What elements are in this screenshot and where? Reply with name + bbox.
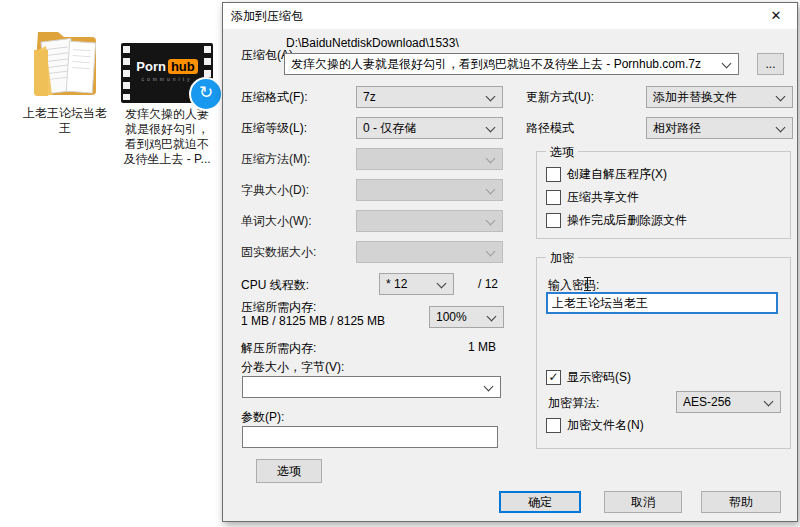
archive-name-combobox[interactable]: 发痒欠操的人妻就是很好勾引，看到鸡巴就迫不及待坐上去 - Pornhub.com… [284,53,739,75]
encryption-method-label: 加密算法: [548,395,599,412]
delete-after-checkbox-row[interactable]: 操作完成后删除源文件 [546,212,687,229]
text-cursor-icon [587,278,588,290]
encryption-group-title: 加密 [546,250,578,267]
options-group-title: 选项 [546,144,578,161]
desktop-video-item[interactable]: Pornhub community ↻ 发痒欠操的人妻就是很好勾引，看到鸡巴就迫… [118,43,216,167]
encrypt-names-checkbox-label: 加密文件名(N) [567,417,644,434]
solid-size-label: 固实数据大小: [241,244,316,261]
show-password-checkbox-row[interactable]: ✓ 显示密码(S) [546,369,631,386]
browse-button[interactable]: ... [757,53,784,75]
cpu-threads-total: / 12 [478,277,498,291]
dictionary-label: 字典大小(D): [241,182,309,199]
sfx-checkbox-label: 创建自解压程序(X) [567,166,667,183]
memory-compress-detail: 1 MB / 8125 MB / 8125 MB [241,314,385,328]
encrypt-names-checkbox[interactable] [546,418,561,433]
sync-badge-icon: ↻ [189,77,223,111]
dialog-titlebar[interactable]: 添加到压缩包 ✕ [223,3,797,29]
method-label: 压缩方法(M): [241,151,310,168]
dialog-body: 压缩包(A) D:\BaiduNetdiskDownload\1533\ 发痒欠… [223,29,797,521]
help-button[interactable]: 帮助 [701,491,781,513]
cpu-threads-label: CPU 线程数: [241,277,309,294]
delete-after-checkbox[interactable] [546,213,561,228]
archive-directory: D:\BaiduNetdiskDownload\1533\ [286,36,459,50]
logo-hub-text: hub [168,59,198,74]
shared-files-checkbox-label: 压缩共享文件 [567,189,639,206]
cancel-button[interactable]: 取消 [604,491,682,513]
shared-files-checkbox-row[interactable]: 压缩共享文件 [546,189,639,206]
memory-decompress-value: 1 MB [468,340,496,354]
video-file-icon: Pornhub community ↻ [121,43,213,103]
video-label: 发痒欠操的人妻就是很好勾引，看到鸡巴就迫不及待坐上去 - P... [121,107,213,167]
path-mode-dropdown[interactable]: 相对路径 [646,117,793,139]
word-size-label: 单词大小(W): [241,213,312,230]
format-label: 压缩格式(F): [241,89,308,106]
sfx-checkbox[interactable] [546,167,561,182]
shared-files-checkbox[interactable] [546,190,561,205]
sfx-checkbox-row[interactable]: 创建自解压程序(X) [546,166,667,183]
parameters-input[interactable] [242,426,498,448]
pornhub-logo: Pornhub [121,59,213,74]
solid-size-dropdown [356,241,503,263]
close-button[interactable]: ✕ [755,3,797,29]
method-dropdown [356,148,503,170]
encryption-method-dropdown[interactable]: AES-256 [676,391,781,413]
level-dropdown[interactable]: 0 - 仅存储 [356,117,503,139]
show-password-checkbox-label: 显示密码(S) [567,369,631,386]
memory-percent-dropdown[interactable]: 100% [429,306,504,328]
update-mode-label: 更新方式(U): [526,89,594,106]
dictionary-dropdown [356,179,503,201]
delete-after-checkbox-label: 操作完成后删除源文件 [567,212,687,229]
folder-icon [28,18,102,98]
desktop-folder-item[interactable]: 上老王论坛当老王 [14,18,116,136]
parameters-label: 参数(P): [241,409,284,426]
cpu-threads-dropdown[interactable]: * 12 [379,273,454,295]
level-label: 压缩等级(L): [241,120,307,137]
encrypt-names-checkbox-row[interactable]: 加密文件名(N) [546,417,644,434]
update-mode-dropdown[interactable]: 添加并替换文件 [646,86,793,108]
password-input[interactable] [546,292,778,314]
dialog-title: 添加到压缩包 [223,8,755,25]
folder-label: 上老王论坛当老王 [20,106,110,136]
volume-size-combobox[interactable] [242,376,501,398]
ok-button[interactable]: 确定 [499,491,581,513]
show-password-checkbox[interactable]: ✓ [546,370,561,385]
logo-porn-text: Porn [136,59,166,74]
volume-size-label: 分卷大小，字节(V): [241,359,344,376]
format-dropdown[interactable]: 7z [356,86,503,108]
options-button[interactable]: 选项 [256,459,322,483]
memory-decompress-label: 解压所需内存: [241,340,316,357]
add-to-archive-dialog: 添加到压缩包 ✕ 压缩包(A) D:\BaiduNetdiskDownload\… [222,2,798,522]
word-size-dropdown [356,210,503,232]
path-mode-label: 路径模式 [526,120,574,137]
